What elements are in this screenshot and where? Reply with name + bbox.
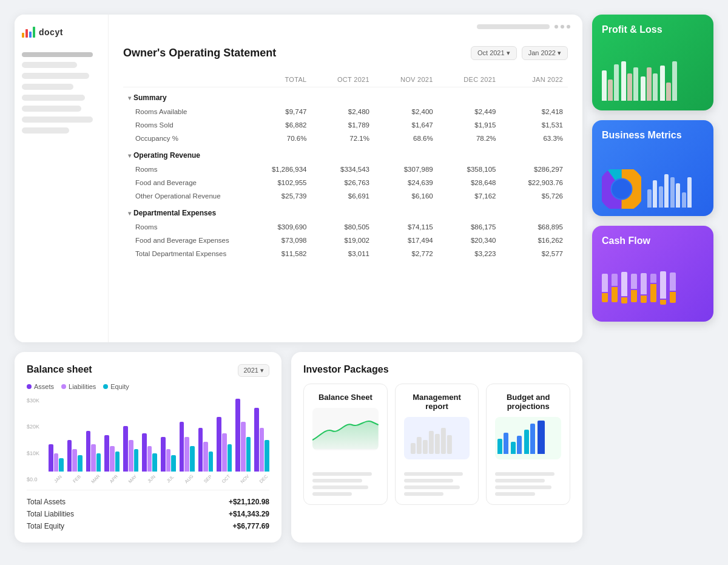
legend-dot-assets xyxy=(27,384,32,389)
date-filter-1[interactable]: Oct 2021 ▾ xyxy=(471,46,517,60)
cf-bar-neg xyxy=(602,293,608,302)
budget-bar xyxy=(530,424,535,454)
x-label: MAR xyxy=(88,472,103,486)
equity-bar xyxy=(171,455,176,472)
package-lines xyxy=(495,472,561,496)
package-budget-projections[interactable]: Budget and projections xyxy=(486,384,570,505)
liabilities-bar xyxy=(147,446,152,472)
legend-dot-equity xyxy=(103,384,108,389)
pl-bar xyxy=(660,66,665,101)
sidebar-item[interactable] xyxy=(22,62,77,68)
x-label: JUN xyxy=(144,472,159,486)
sidebar-item[interactable] xyxy=(22,52,93,57)
bm-bar xyxy=(647,189,652,208)
svg-rect-0 xyxy=(411,443,416,454)
package-line xyxy=(404,485,460,489)
action-dot[interactable] xyxy=(561,25,564,29)
svg-rect-5 xyxy=(441,428,446,454)
right-sidebar: Profit & Loss xyxy=(592,15,713,543)
cf-bar-pos xyxy=(602,274,608,292)
pl-bar-group xyxy=(621,61,638,101)
cf-bar-neg xyxy=(650,284,656,302)
svg-rect-1 xyxy=(417,437,422,454)
assets-bar xyxy=(198,428,203,472)
logo-text: docyt xyxy=(39,27,63,37)
sidebar-item[interactable] xyxy=(22,117,93,123)
year-filter-btn[interactable]: 2021 ▾ xyxy=(238,364,269,377)
table-row: Occupancy % 70.6%72.1%68.6%78.2%63.3% xyxy=(123,132,568,145)
pl-bar xyxy=(641,76,645,101)
bar-group xyxy=(86,431,101,472)
action-dot[interactable] xyxy=(554,25,558,29)
cash-flow-title: Cash Flow xyxy=(602,235,704,246)
svg-rect-6 xyxy=(447,435,452,454)
budget-bar xyxy=(511,442,516,454)
legend-dot-liabilities xyxy=(61,384,66,389)
profit-loss-card[interactable]: Profit & Loss xyxy=(592,15,713,110)
statement-header: Owner's Operating Statement Oct 2021 ▾ J… xyxy=(123,46,568,60)
table-row: Food and Beverage $102,955$26,763$24,639… xyxy=(123,176,568,189)
package-line xyxy=(495,485,551,489)
x-label: AUG xyxy=(181,472,196,486)
sidebar-item[interactable] xyxy=(22,106,81,112)
package-balance-sheet[interactable]: Balance Sheet xyxy=(303,384,388,505)
assets-bar xyxy=(123,426,128,472)
bar-group xyxy=(123,426,138,472)
bar-group xyxy=(180,422,195,472)
cf-col xyxy=(670,272,676,303)
col-header-oct: OCT 2021 xyxy=(311,72,374,87)
line-chart-svg xyxy=(312,410,379,449)
action-dot[interactable] xyxy=(567,25,570,29)
svg-rect-2 xyxy=(423,440,428,454)
cf-bar-neg xyxy=(631,290,637,302)
cf-col xyxy=(650,274,656,302)
management-chart-svg xyxy=(407,422,467,455)
totals-section: Total Assets +$21,120.98 Total Liabiliti… xyxy=(27,490,269,530)
table-row: Rooms Available $9,747$2,480$2,400$2,449… xyxy=(123,105,568,118)
cf-col xyxy=(641,273,647,303)
package-line xyxy=(404,472,463,476)
x-label: JAN xyxy=(51,472,66,486)
pl-bar xyxy=(666,83,671,101)
cf-col xyxy=(621,272,627,303)
package-line xyxy=(404,479,454,482)
cf-bar-pos xyxy=(650,274,656,283)
equity-bar xyxy=(115,452,120,472)
liabilities-bar xyxy=(166,449,171,472)
sidebar-item[interactable] xyxy=(22,95,85,101)
top-card: docyt xyxy=(15,15,582,342)
bar-group xyxy=(49,444,64,472)
x-label: OCT xyxy=(219,472,234,486)
cf-col xyxy=(602,274,608,302)
assets-bar xyxy=(254,408,259,472)
pl-bar-group xyxy=(641,67,658,101)
logo-icon xyxy=(22,27,35,38)
x-label: MAY xyxy=(126,472,140,486)
budget-bar xyxy=(504,433,508,454)
business-metrics-title: Business Metrics xyxy=(602,130,704,141)
pie-svg xyxy=(602,169,641,209)
cash-flow-card[interactable]: Cash Flow xyxy=(592,226,713,322)
bottom-row: Balance sheet 2021 ▾ Assets Liabilities … xyxy=(15,352,582,543)
legend-equity: Equity xyxy=(103,383,129,390)
date-filter-2[interactable]: Jan 2022 ▾ xyxy=(522,46,568,60)
pl-bar xyxy=(647,67,652,101)
equity-bar xyxy=(246,437,251,472)
table-row: Rooms Sold $6,882$1,789$1,647$1,915$1,53… xyxy=(123,118,568,132)
sidebar-item[interactable] xyxy=(22,127,69,134)
cf-bar-pos xyxy=(670,272,676,291)
package-lines xyxy=(312,472,379,496)
assets-bar xyxy=(161,437,166,472)
assets-bar xyxy=(142,433,147,472)
bar-group xyxy=(254,408,269,472)
budget-bar-tall xyxy=(538,421,545,454)
col-header-jan: JAN 2022 xyxy=(501,72,568,87)
cf-bar-neg xyxy=(670,292,676,303)
sidebar-item[interactable] xyxy=(22,84,73,90)
package-management-report[interactable]: Management report xyxy=(395,384,479,505)
sidebar-item[interactable] xyxy=(22,73,89,79)
business-metrics-chart xyxy=(602,169,704,209)
x-label: DEC xyxy=(257,472,271,486)
equity-bar xyxy=(190,446,195,472)
business-metrics-card[interactable]: Business Metrics xyxy=(592,120,713,216)
